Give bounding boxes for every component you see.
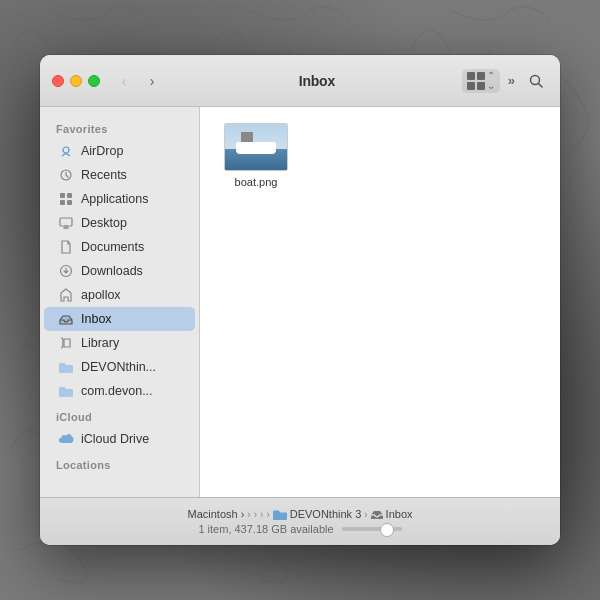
sidebar-item-library[interactable]: Library bbox=[44, 331, 195, 355]
apollox-label: apollox bbox=[81, 288, 121, 302]
sidebar-item-apollox[interactable]: apollox bbox=[44, 283, 195, 307]
desktop-label: Desktop bbox=[81, 216, 127, 230]
breadcrumb: Macintosh › › › › › DEVONthink 3 › Inbox bbox=[187, 508, 412, 520]
sidebar-item-inbox[interactable]: Inbox bbox=[44, 307, 195, 331]
traffic-lights bbox=[52, 75, 100, 87]
window-title: Inbox bbox=[172, 73, 462, 89]
toolbar-right: ⌃⌄ » bbox=[462, 69, 548, 93]
inbox-icon bbox=[58, 311, 74, 327]
documents-label: Documents bbox=[81, 240, 144, 254]
devonthink-folder-icon bbox=[58, 359, 74, 375]
file-thumbnail-boat bbox=[224, 123, 288, 171]
titlebar: ‹ › Inbox ⌃⌄ » bbox=[40, 55, 560, 107]
sidebar-item-comdevon[interactable]: com.devon... bbox=[44, 379, 195, 403]
grid-view-icon bbox=[467, 72, 485, 90]
airdrop-label: AirDrop bbox=[81, 144, 123, 158]
downloads-icon bbox=[58, 263, 74, 279]
breadcrumb-inbox: Inbox bbox=[371, 508, 413, 520]
view-toggle-button[interactable]: ⌃⌄ bbox=[462, 69, 500, 93]
sidebar-item-recents[interactable]: Recents bbox=[44, 163, 195, 187]
svg-point-2 bbox=[63, 147, 69, 153]
zoom-slider[interactable] bbox=[342, 527, 402, 531]
airdrop-icon bbox=[58, 143, 74, 159]
content-area: Favorites AirDrop Recents Applications bbox=[40, 107, 560, 497]
file-area: boat.png bbox=[200, 107, 560, 497]
maximize-button[interactable] bbox=[88, 75, 100, 87]
downloads-label: Downloads bbox=[81, 264, 143, 278]
recents-icon bbox=[58, 167, 74, 183]
library-label: Library bbox=[81, 336, 119, 350]
boat-preview bbox=[225, 124, 287, 170]
sidebar-item-applications[interactable]: Applications bbox=[44, 187, 195, 211]
locations-label: Locations bbox=[40, 451, 199, 475]
svg-rect-6 bbox=[60, 200, 65, 205]
svg-rect-4 bbox=[60, 193, 65, 198]
documents-icon bbox=[58, 239, 74, 255]
library-icon bbox=[58, 335, 74, 351]
breadcrumb-devonthink: DEVONthink 3 bbox=[273, 508, 362, 520]
comdevon-folder-icon bbox=[58, 383, 74, 399]
view-chevron-icon: ⌃⌄ bbox=[487, 71, 495, 91]
breadcrumb-sep3: › bbox=[260, 509, 263, 520]
sidebar-item-desktop[interactable]: Desktop bbox=[44, 211, 195, 235]
svg-rect-5 bbox=[67, 193, 72, 198]
item-count-label: 1 item, 437.18 GB available bbox=[198, 523, 333, 535]
sidebar-item-airdrop[interactable]: AirDrop bbox=[44, 139, 195, 163]
back-button[interactable]: ‹ bbox=[112, 69, 136, 93]
close-button[interactable] bbox=[52, 75, 64, 87]
file-name-boat: boat.png bbox=[235, 175, 278, 189]
svg-rect-7 bbox=[67, 200, 72, 205]
minimize-button[interactable] bbox=[70, 75, 82, 87]
status-info: 1 item, 437.18 GB available bbox=[198, 523, 401, 535]
desktop-icon bbox=[58, 215, 74, 231]
statusbar: Macintosh › › › › › DEVONthink 3 › Inbox… bbox=[40, 497, 560, 545]
breadcrumb-macintosh: Macintosh › bbox=[187, 508, 244, 520]
forward-button[interactable]: › bbox=[140, 69, 164, 93]
breadcrumb-sep1: › bbox=[247, 509, 250, 520]
sidebar-item-documents[interactable]: Documents bbox=[44, 235, 195, 259]
icloud-drive-label: iCloud Drive bbox=[81, 432, 149, 446]
nav-buttons: ‹ › bbox=[112, 69, 164, 93]
recents-label: Recents bbox=[81, 168, 127, 182]
more-button[interactable]: » bbox=[504, 71, 520, 90]
finder-window: ‹ › Inbox ⌃⌄ » Favorites bbox=[40, 55, 560, 545]
applications-icon bbox=[58, 191, 74, 207]
applications-label: Applications bbox=[81, 192, 148, 206]
svg-rect-8 bbox=[60, 218, 72, 226]
breadcrumb-sep5: › bbox=[364, 509, 367, 520]
icloud-label: iCloud bbox=[40, 403, 199, 427]
breadcrumb-sep4: › bbox=[266, 509, 269, 520]
favorites-label: Favorites bbox=[40, 115, 199, 139]
sidebar-item-downloads[interactable]: Downloads bbox=[44, 259, 195, 283]
sidebar-item-devonthink[interactable]: DEVONthin... bbox=[44, 355, 195, 379]
comdevon-label: com.devon... bbox=[81, 384, 153, 398]
breadcrumb-sep2: › bbox=[254, 509, 257, 520]
icloud-drive-icon bbox=[58, 431, 74, 447]
sidebar: Favorites AirDrop Recents Applications bbox=[40, 107, 200, 497]
search-icon bbox=[528, 73, 544, 89]
devonthink-label: DEVONthin... bbox=[81, 360, 156, 374]
apollox-icon bbox=[58, 287, 74, 303]
search-button[interactable] bbox=[524, 69, 548, 93]
svg-line-1 bbox=[539, 83, 543, 87]
sidebar-item-icloud-drive[interactable]: iCloud Drive bbox=[44, 427, 195, 451]
inbox-label: Inbox bbox=[81, 312, 112, 326]
file-item-boat[interactable]: boat.png bbox=[216, 123, 296, 189]
